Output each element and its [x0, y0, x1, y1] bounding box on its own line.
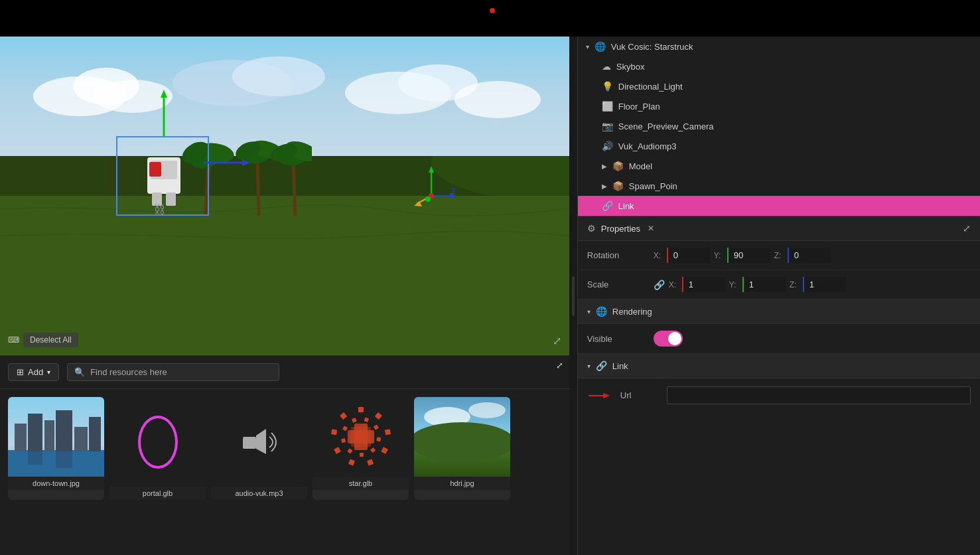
- visible-label: Visible: [587, 334, 654, 344]
- chevron-right-icon-spawn: ▶: [602, 183, 607, 190]
- properties-expand-button[interactable]: ⤢: [963, 223, 971, 234]
- viewport-expand-button[interactable]: ⤢: [553, 335, 561, 347]
- viewport[interactable]: ⛓: [0, 37, 569, 355]
- resources-toolbar: ⤢ ⊞ Add ▾ 🔍: [0, 356, 569, 389]
- svg-rect-52: [28, 451, 42, 465]
- svg-rect-50: [74, 427, 88, 451]
- svg-rect-47: [28, 414, 42, 451]
- panel-divider: [569, 37, 577, 555]
- resource-thumbnail-audio: [211, 397, 307, 487]
- floor-icon: ⬜: [602, 101, 613, 112]
- svg-marker-36: [429, 166, 434, 173]
- svg-marker-34: [242, 159, 250, 166]
- svg-line-20: [293, 161, 295, 216]
- resource-label-portal: portal.glb: [109, 487, 206, 500]
- scrollbar-handle[interactable]: [572, 276, 575, 316]
- svg-rect-68: [370, 447, 375, 453]
- properties-close-button[interactable]: ✕: [646, 223, 656, 234]
- add-icon: ⊞: [17, 367, 24, 377]
- resources-grid: down-town.jpg portal.glb: [0, 389, 569, 508]
- visible-row: Visible: [578, 324, 980, 354]
- scale-y-input[interactable]: [742, 277, 786, 292]
- skybox-icon: ☁: [602, 61, 611, 72]
- url-arrow-svg: [587, 390, 614, 401]
- selected-object: ⛓: [116, 136, 209, 216]
- resource-item-audio[interactable]: audio-vuk.mp3: [211, 397, 307, 500]
- x-arrow: [204, 156, 253, 169]
- svg-rect-53: [56, 451, 72, 468]
- y-arrow: [157, 90, 171, 139]
- resource-item-hdri[interactable]: hdri.jpg: [414, 397, 510, 500]
- search-box[interactable]: 🔍: [67, 363, 279, 381]
- svg-rect-56: [358, 407, 364, 412]
- add-button[interactable]: ⊞ Add ▾: [8, 363, 59, 381]
- svg-point-81: [414, 422, 510, 462]
- top-bar: [0, 0, 980, 37]
- url-input[interactable]: [667, 386, 971, 404]
- left-panel: ⛓: [0, 37, 569, 555]
- svg-rect-64: [340, 412, 347, 420]
- hierarchy-item-skybox[interactable]: ☁ Skybox: [578, 56, 980, 76]
- svg-rect-54: [243, 437, 256, 449]
- link-section-header[interactable]: ▾ 🔗 Link: [578, 354, 980, 378]
- svg-rect-51: [89, 417, 101, 451]
- hierarchy-label-audio: Vuk_Audiomp3: [618, 141, 972, 151]
- svg-rect-27: [164, 162, 176, 177]
- scale-x-input[interactable]: [682, 277, 725, 292]
- url-row: Url: [578, 378, 980, 412]
- svg-rect-26: [149, 162, 161, 177]
- resource-item-star[interactable]: star.glb: [313, 397, 409, 500]
- properties-icon: ⚙: [587, 223, 596, 234]
- resource-thumbnail-hdri: [414, 397, 510, 477]
- audio-hierarchy-icon: 🔊: [602, 141, 613, 151]
- deselect-all-button[interactable]: Deselect All: [23, 333, 78, 347]
- panel-expand-icon[interactable]: ⤢: [556, 360, 563, 370]
- hierarchy-root-label: Vuk Cosic: Starstruck: [611, 42, 972, 52]
- svg-point-4: [232, 56, 325, 96]
- viewport-overlay: ⌨ Deselect All: [8, 333, 78, 347]
- resource-label-downtown: down-town.jpg: [8, 477, 104, 490]
- svg-text:Z: Z: [451, 187, 456, 195]
- chevron-down-icon: ▾: [586, 43, 589, 50]
- resource-item-portal[interactable]: portal.glb: [109, 397, 206, 500]
- svg-rect-73: [351, 418, 356, 423]
- rendering-section-header[interactable]: ▾ 🌐 Rendering: [578, 299, 980, 324]
- rotation-x-input[interactable]: [667, 248, 710, 263]
- search-input[interactable]: [90, 367, 272, 377]
- search-icon: 🔍: [74, 367, 85, 377]
- hierarchy-label-link: Link: [618, 201, 972, 211]
- scale-z-input[interactable]: [803, 277, 846, 292]
- hdri-image-svg: [414, 397, 510, 477]
- hierarchy-item-model[interactable]: ▶ 📦 Model: [578, 156, 980, 176]
- visible-toggle[interactable]: [654, 331, 683, 347]
- link-section-label: Link: [612, 361, 628, 371]
- svg-rect-72: [342, 426, 348, 431]
- portal-ring: [138, 416, 178, 469]
- link-section-icon: 🔗: [596, 360, 607, 371]
- hierarchy-item-audio[interactable]: 🔊 Vuk_Audiomp3: [578, 136, 980, 156]
- hierarchy-item-spawn[interactable]: ▶ 📦 Spawn_Poin: [578, 176, 980, 196]
- hierarchy-item-camera[interactable]: 📷 Scene_Preview_Camera: [578, 116, 980, 136]
- rotation-x-axis-label: X:: [654, 251, 663, 260]
- svg-rect-71: [341, 438, 346, 443]
- hierarchy-label-directional-light: Directional_Light: [618, 82, 972, 92]
- hierarchy-label-model: Model: [629, 161, 972, 171]
- svg-rect-66: [373, 425, 378, 430]
- spawn-icon: 📦: [612, 181, 624, 191]
- resource-item-downtown[interactable]: down-town.jpg: [8, 397, 104, 500]
- rotation-z-input[interactable]: [788, 248, 831, 263]
- rotation-y-input[interactable]: [727, 248, 770, 263]
- hierarchy-item-floor-plan[interactable]: ⬜ Floor_Plan: [578, 96, 980, 116]
- rotation-row: Rotation X: Y: Z:: [578, 241, 980, 270]
- hierarchy-root[interactable]: ▾ 🌐 Vuk Cosic: Starstruck: [578, 37, 980, 56]
- svg-rect-59: [381, 447, 388, 454]
- hierarchy-item-directional-light[interactable]: 💡 Directional_Light: [578, 76, 980, 96]
- properties-panel: ⚙ Properties ✕ ⤢ Rotation X: Y: Z:: [578, 216, 980, 412]
- properties-title: Properties: [601, 224, 640, 234]
- right-panel: ▾ 🌐 Vuk Cosic: Starstruck ☁ Skybox 💡 Dir…: [577, 37, 980, 555]
- light-icon: 💡: [602, 81, 613, 92]
- svg-rect-65: [364, 417, 369, 422]
- hierarchy-item-link[interactable]: 🔗 Link: [578, 196, 980, 216]
- svg-rect-62: [334, 447, 341, 454]
- svg-rect-49: [56, 410, 72, 451]
